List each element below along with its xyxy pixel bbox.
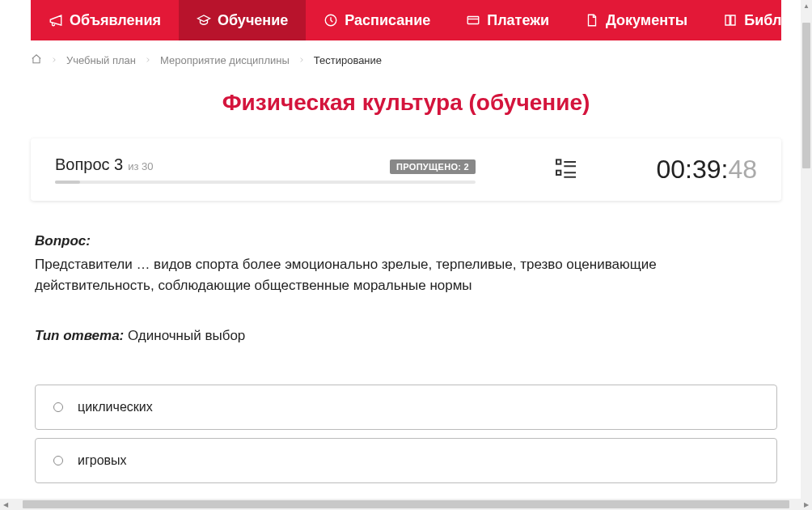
nav-payments[interactable]: Платежи <box>448 0 567 40</box>
question-number: Вопрос 3 <box>55 155 123 174</box>
radio-icon <box>53 402 63 412</box>
breadcrumb-link-event[interactable]: Мероприятие дисциплины <box>160 54 290 66</box>
question-text: Представители … видов спорта более эмоци… <box>35 254 777 295</box>
vertical-scrollbar[interactable]: ▲ <box>801 0 812 499</box>
nav-schedule[interactable]: Расписание <box>306 0 448 40</box>
book-icon <box>723 13 738 28</box>
radio-icon <box>53 456 63 465</box>
nav-library[interactable]: Библиотека <box>705 0 812 40</box>
home-icon[interactable] <box>31 53 42 67</box>
scrollbar-thumb[interactable] <box>23 500 789 508</box>
graduation-icon <box>197 13 211 28</box>
answer-type-label: Тип ответа: <box>35 328 124 343</box>
nav-label: Документы <box>606 12 687 29</box>
chevron-right-icon <box>50 54 58 66</box>
skipped-badge: ПРОПУЩЕНО: 2 <box>390 159 476 174</box>
question-list-button[interactable] <box>553 155 579 185</box>
breadcrumb: Учебный план Мероприятие дисциплины Тест… <box>31 40 781 80</box>
timer-main: 00:39: <box>656 155 728 185</box>
option-text: игровых <box>78 453 127 468</box>
answer-options: циклических игровых <box>31 385 781 483</box>
nav-label: Обучение <box>218 12 288 29</box>
breadcrumb-link-plan[interactable]: Учебный план <box>66 54 136 66</box>
timer: 00:39:48 <box>656 155 757 185</box>
option-text: циклических <box>78 400 153 414</box>
scroll-right-arrow[interactable]: ▶ <box>801 499 812 510</box>
document-icon <box>585 13 599 28</box>
svg-rect-3 <box>556 170 560 174</box>
progress-fill <box>55 181 80 184</box>
timer-seconds: 48 <box>728 155 757 185</box>
chevron-right-icon <box>144 54 152 66</box>
scroll-up-arrow[interactable]: ▲ <box>801 0 812 11</box>
scrollbar-thumb[interactable] <box>802 23 810 168</box>
nav-label: Платежи <box>487 12 549 29</box>
scroll-left-arrow[interactable]: ◀ <box>0 499 11 510</box>
page-title: Физическая культура (обучение) <box>31 90 781 116</box>
breadcrumb-current: Тестирование <box>314 54 382 66</box>
svg-rect-1 <box>467 17 479 24</box>
test-status-card: Вопрос 3 из 30 ПРОПУЩЕНО: 2 00:39:48 <box>31 138 781 201</box>
nav-label: Расписание <box>345 12 430 29</box>
question-label: Вопрос: <box>35 233 777 249</box>
megaphone-icon <box>49 13 63 28</box>
chevron-right-icon <box>298 54 306 66</box>
nav-announcements[interactable]: Объявления <box>31 0 179 40</box>
clock-icon <box>324 13 338 28</box>
horizontal-scrollbar[interactable]: ◀ ▶ <box>0 499 812 510</box>
nav-education[interactable]: Обучение <box>179 0 306 40</box>
svg-rect-2 <box>556 159 560 164</box>
answer-option[interactable]: циклических <box>35 385 777 430</box>
card-icon <box>466 13 480 28</box>
nav-label: Объявления <box>70 12 161 29</box>
nav-documents[interactable]: Документы <box>567 0 705 40</box>
question-total: из 30 <box>128 160 153 172</box>
progress-bar <box>55 181 476 184</box>
answer-type-value: Одиночный выбор <box>128 328 245 343</box>
answer-option[interactable]: игровых <box>35 438 777 483</box>
main-navigation: Объявления Обучение Расписание Платежи Д… <box>31 0 781 40</box>
